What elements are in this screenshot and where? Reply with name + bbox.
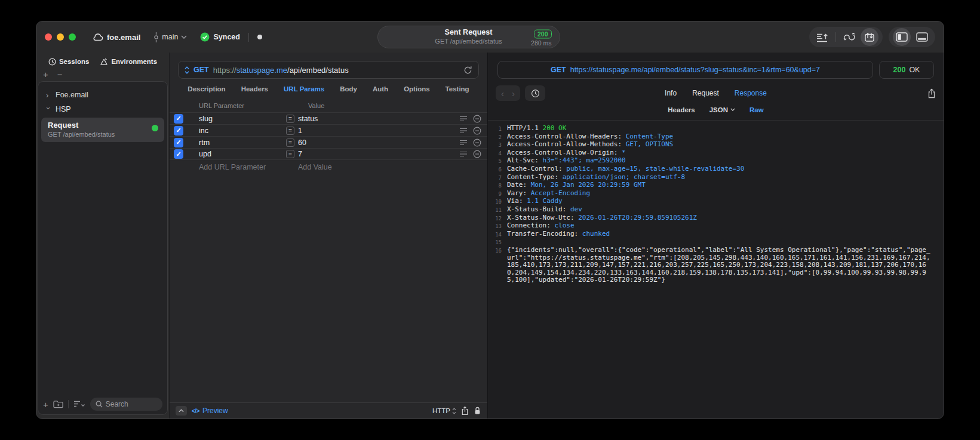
clock-icon	[48, 58, 56, 66]
refresh-icon[interactable]	[463, 66, 472, 75]
export-code-button[interactable]	[813, 28, 831, 46]
remove-row-icon[interactable]	[473, 127, 481, 135]
param-enabled-checkbox[interactable]: ✓	[174, 126, 183, 136]
sidebar-bottom-bar: + Search	[38, 395, 167, 414]
protocol-selector[interactable]: HTTP	[432, 407, 456, 414]
add-param-value-placeholder[interactable]: Add Value	[298, 163, 332, 171]
tab-environments[interactable]: Environments	[100, 58, 157, 66]
remove-row-icon[interactable]	[473, 139, 481, 147]
add-session-button[interactable]: +	[43, 70, 48, 81]
tab-sessions[interactable]: Sessions	[48, 58, 90, 66]
tab-headers[interactable]: Headers	[241, 85, 268, 93]
minimize-window-button[interactable]	[57, 33, 64, 41]
back-button[interactable]: ‹	[501, 89, 504, 98]
request-method[interactable]: GET	[193, 66, 209, 74]
project-menu[interactable]: foe.email	[93, 33, 140, 42]
param-name-field[interactable]: slug	[199, 115, 286, 123]
response-line: 2Access-Control-Allow-Headers: Content-T…	[488, 133, 934, 141]
sort-options-button[interactable]	[73, 401, 85, 408]
mock-proxy-button[interactable]	[840, 28, 858, 46]
subtab-headers[interactable]: Headers	[668, 106, 695, 113]
titlebar: foe.email main Synced Sent Request GET /…	[36, 21, 944, 53]
toggle-sidebar-button[interactable]	[893, 28, 911, 46]
request-url[interactable]: https://statuspage.me/api/embed/status	[213, 66, 349, 75]
tab-url-params[interactable]: URL Params	[284, 85, 324, 93]
preview-label: Preview	[202, 407, 228, 415]
tab-info[interactable]: Info	[665, 89, 677, 97]
method-stepper-icon[interactable]	[185, 66, 189, 74]
param-value-field[interactable]: 60	[298, 139, 459, 147]
equals-icon: =	[286, 150, 294, 158]
tab-description[interactable]: Description	[188, 85, 225, 93]
tab-testing[interactable]: Testing	[446, 85, 469, 93]
param-name-field[interactable]: rtm	[199, 139, 286, 147]
remove-row-icon[interactable]	[473, 115, 481, 123]
response-line: 11X-Status-Build: dev	[488, 206, 934, 214]
branch-icon	[153, 32, 159, 42]
history-button[interactable]	[525, 85, 545, 101]
branch-selector[interactable]: main	[153, 32, 187, 42]
param-enabled-checkbox[interactable]: ✓	[174, 114, 183, 124]
forward-button[interactable]: ›	[512, 89, 515, 98]
line-number: 4	[488, 149, 507, 158]
tab-auth[interactable]: Auth	[373, 85, 388, 93]
import-export-button[interactable]	[861, 28, 878, 46]
reorder-handle-icon[interactable]	[459, 116, 468, 122]
remove-row-icon[interactable]	[473, 150, 481, 158]
close-window-button[interactable]	[45, 33, 52, 41]
param-enabled-checkbox[interactable]: ✓	[174, 138, 183, 147]
param-name-field[interactable]: upd	[199, 150, 286, 158]
lock-icon[interactable]	[474, 406, 481, 416]
toggle-bottom-panel-button[interactable]	[913, 28, 931, 46]
response-line: 6Cache-Control: public, max-age=15, stal…	[488, 165, 934, 174]
bottom-bar-divider	[68, 400, 69, 408]
row-actions	[459, 150, 481, 158]
tab-body[interactable]: Body	[340, 85, 357, 93]
export-response-icon[interactable]	[927, 88, 936, 99]
sync-status[interactable]: Synced	[200, 32, 239, 42]
sidebar: Sessions Environments + − › Foe.email	[36, 53, 169, 419]
subtab-json[interactable]: JSON	[709, 106, 735, 113]
new-folder-button[interactable]	[53, 400, 63, 408]
fullscreen-window-button[interactable]	[69, 33, 76, 41]
tab-request[interactable]: Request	[692, 89, 719, 97]
code-icon: </>	[192, 408, 199, 414]
tab-options[interactable]: Options	[404, 85, 429, 93]
request-list-item-selected[interactable]: Request GET /api/embed/status	[41, 118, 164, 142]
subtab-raw[interactable]: Raw	[749, 106, 764, 113]
toggle-console-button[interactable]	[176, 406, 187, 416]
request-url-bar[interactable]: GET https://statuspage.me/api/embed/stat…	[178, 61, 479, 79]
response-url-box[interactable]: GET https://statuspage.me/api/embed/stat…	[497, 61, 873, 79]
sent-request-summary[interactable]: Sent Request GET /api/embed/status 200 2…	[377, 26, 560, 48]
preview-button[interactable]: </> Preview	[192, 407, 228, 415]
param-value-field[interactable]: status	[298, 115, 459, 123]
reorder-handle-icon[interactable]	[459, 151, 468, 157]
tree-item-hsp[interactable]: › HSP	[38, 102, 167, 116]
add-param-name-placeholder[interactable]: Add URL Parameter	[199, 163, 298, 171]
response-raw-view[interactable]: 1HTTP/1.1 200 OK2Access-Control-Allow-He…	[488, 120, 944, 419]
new-request-button[interactable]: +	[43, 399, 48, 410]
tab-response[interactable]: Response	[735, 89, 767, 97]
chevron-right-icon: ›	[46, 91, 51, 100]
param-value-field[interactable]: 1	[298, 127, 459, 135]
sessions-panel: › Foe.email › HSP Request GET /api/embed…	[38, 81, 168, 415]
request-item-subtitle: GET /api/embed/status	[48, 131, 158, 138]
sent-request-text: Sent Request GET /api/embed/status	[435, 28, 502, 45]
response-line: 15	[488, 238, 934, 247]
tree-item-label: HSP	[56, 105, 71, 113]
line-number: 11	[488, 206, 507, 214]
search-input[interactable]: Search	[90, 398, 162, 411]
param-name-field[interactable]: inc	[199, 127, 286, 135]
environments-icon	[100, 58, 108, 66]
request-editor-pane: GET https://statuspage.me/api/embed/stat…	[169, 53, 487, 419]
response-line: 4Access-Control-Allow-Origin: *	[488, 149, 934, 158]
reorder-handle-icon[interactable]	[459, 140, 468, 146]
line-number: 1	[488, 125, 507, 133]
line-number: 7	[488, 174, 507, 182]
param-value-field[interactable]: 7	[298, 150, 459, 158]
share-icon[interactable]	[461, 406, 469, 416]
param-enabled-checkbox[interactable]: ✓	[174, 149, 183, 159]
remove-session-button[interactable]: −	[57, 70, 63, 81]
tree-item-foe-email[interactable]: › Foe.email	[38, 88, 167, 102]
reorder-handle-icon[interactable]	[459, 128, 468, 134]
